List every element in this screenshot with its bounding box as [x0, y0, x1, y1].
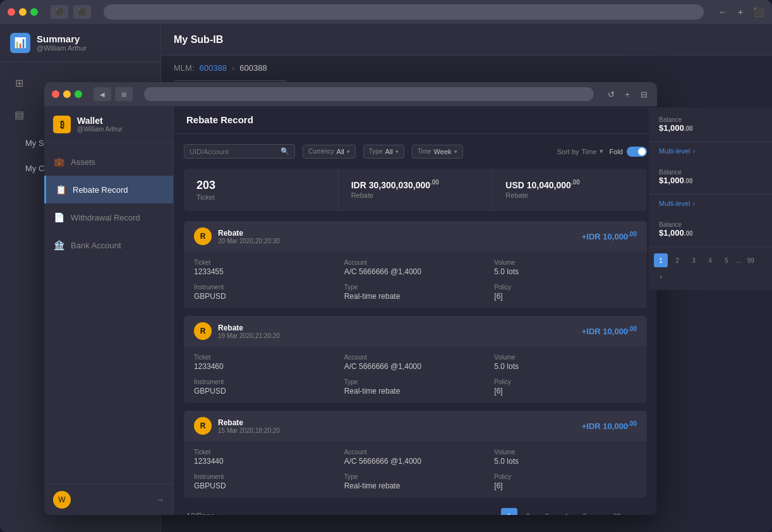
policy-label-0: Policy — [494, 284, 637, 291]
sidebar-item-withdrawal-record[interactable]: 📄 Withdrawal Record — [44, 203, 173, 231]
filter-currency-select[interactable]: Currency All ▾ — [303, 145, 356, 159]
filter-uid-input[interactable]: 🔍 — [184, 144, 295, 159]
rebate-card-2-ticket: Ticket 1233440 — [194, 449, 337, 466]
inner-back-nav[interactable]: ◀ — [93, 87, 111, 101]
right-page-5[interactable]: 5 — [720, 253, 733, 267]
outer-main-title: My Sub-IB — [174, 34, 223, 45]
account-value-0: A/C 5666666 @1,4000 — [344, 267, 487, 276]
filter-type-label: Type — [369, 148, 383, 155]
page-btn-3[interactable]: 3 — [539, 508, 555, 515]
outer-plus-icon[interactable]: + — [734, 6, 747, 18]
type-label-0: Type — [344, 284, 487, 291]
inner-plus-icon[interactable]: + — [622, 88, 633, 100]
outer-tab-button[interactable]: ⬛ — [73, 5, 91, 19]
inner-window: ◀ ⊞ ↺ + ⊟ ₿ Wallet @William Arthur 💼 — [44, 82, 657, 515]
rebate-card-1-icon: R — [194, 322, 212, 340]
sidebar-item-assets[interactable]: 💼 Assets — [44, 148, 173, 176]
stat-idr-rebate: IDR 30,300,030,000.00 Rebate — [339, 169, 493, 211]
chart-icon: ▤ — [13, 108, 25, 121]
inner-brand-text: Wallet @William Arthur — [77, 116, 123, 133]
inner-sync-icon[interactable]: ↺ — [605, 88, 617, 100]
outer-minimize-button[interactable] — [19, 8, 27, 16]
right-page-3[interactable]: 3 — [687, 253, 701, 267]
page-btn-2[interactable]: 2 — [520, 508, 536, 515]
right-page-2[interactable]: 2 — [670, 253, 684, 267]
fold-label: Fold — [610, 148, 623, 155]
page-btn-99[interactable]: 99 — [609, 508, 625, 515]
rebate-card-1-type: Rebate — [218, 323, 280, 332]
rebate-card-0-body: Ticket 1233455 Account A/C 5666666 @1,40… — [184, 251, 647, 308]
multi-level-link-2[interactable]: Multi-level › — [649, 195, 772, 212]
bank-icon: 🏦 — [53, 239, 64, 251]
inner-brand-title: Wallet — [77, 116, 123, 126]
inner-url-bar[interactable] — [144, 87, 594, 101]
balance-amount-2: $1,000.00 — [659, 176, 762, 185]
user-avatar[interactable]: W — [53, 491, 71, 509]
filter-currency-label: Currency — [308, 148, 334, 155]
page-btn-1[interactable]: 1 — [501, 508, 517, 515]
breadcrumb-link[interactable]: 600388 — [200, 63, 227, 73]
right-page-1[interactable]: 1 — [654, 253, 668, 267]
account-label-0: Account — [344, 259, 487, 266]
account-label-1: Account — [344, 354, 487, 361]
rebate-card-1-ticket: Ticket 1233460 — [194, 354, 337, 371]
filter-time-select[interactable]: Time Week ▾ — [412, 145, 463, 159]
page-next-button[interactable]: › — [628, 508, 644, 515]
fold-toggle-switch[interactable] — [627, 147, 647, 157]
inner-windows-icon[interactable]: ⊟ — [638, 88, 649, 100]
balance-card-1: Balance $1,000.00 — [649, 107, 772, 142]
filter-time-value: Week — [434, 148, 452, 155]
outer-breadcrumb: MLM: 600388 › 600388 — [161, 56, 772, 80]
rebate-icon: 📋 — [55, 184, 66, 195]
policy-value-2: [6] — [494, 481, 637, 490]
right-balance-panel: Balance $1,000.00 Multi-level › Balance … — [649, 107, 772, 290]
right-page-4[interactable]: 4 — [703, 253, 717, 267]
stat-tickets: 203 Ticket — [184, 169, 339, 211]
assets-icon: 💼 — [53, 156, 64, 167]
rebate-card-0: R Rebate 20 Mar 2020,20:20:30 +IDR 10,00… — [184, 221, 647, 308]
ticket-label-1: Ticket — [194, 354, 337, 361]
multi-level-arrow-1: › — [693, 147, 696, 155]
filter-type-select[interactable]: Type All ▾ — [363, 145, 404, 159]
outer-maximize-button[interactable] — [30, 8, 38, 16]
rebate-card-0-volume: Volume 5.0 lots — [494, 259, 637, 276]
page-controls: 1 2 3 4 5 ... 99 › — [501, 508, 644, 515]
multi-level-text-1[interactable]: Multi-level › — [659, 147, 762, 155]
sidebar-item-rebate-record[interactable]: 📋 Rebate Record — [44, 176, 173, 203]
currency-dropdown-arrow: ▾ — [347, 148, 350, 155]
outer-back-button[interactable]: ⬛ — [51, 5, 68, 19]
type-value-0: Real-time rebate — [344, 292, 487, 301]
inner-nav: 💼 Assets 📋 Rebate Record 📄 Withdrawal Re… — [44, 143, 173, 484]
multi-level-text-2[interactable]: Multi-level › — [659, 200, 762, 207]
inner-close-button[interactable] — [52, 90, 59, 98]
rebate-card-2-type: Rebate — [218, 418, 280, 427]
page-btn-5[interactable]: 5 — [577, 508, 593, 515]
outer-windows-icon[interactable]: ⬛ — [752, 6, 764, 18]
right-page-99[interactable]: 99 — [744, 253, 757, 267]
per-page-select[interactable]: 10/Page ▾ — [186, 512, 222, 515]
rebate-card-2-date: 15 Mar 2020,18:20:20 — [218, 427, 280, 434]
rebate-card-2-info: Rebate 15 Mar 2020,18:20:20 — [218, 418, 280, 434]
rebate-card-1-info: Rebate 19 Mar 2020,21:20:20 — [218, 323, 280, 339]
page-btn-4[interactable]: 4 — [558, 508, 574, 515]
right-page-next[interactable]: › — [654, 270, 668, 284]
volume-label-1: Volume — [494, 354, 637, 361]
policy-value-1: [6] — [494, 387, 637, 396]
multi-level-link-1[interactable]: Multi-level › — [649, 142, 772, 160]
outer-url-bar[interactable] — [104, 4, 704, 20]
inner-tab-view[interactable]: ⊞ — [115, 87, 133, 101]
outer-arrow-left-icon[interactable]: ← — [716, 6, 729, 18]
ticket-value-1: 1233460 — [194, 362, 337, 371]
sidebar-item-bank-account[interactable]: 🏦 Bank Account — [44, 231, 173, 259]
inner-maximize-button[interactable] — [75, 90, 82, 98]
sort-by-control[interactable]: Sort by Time ▾ — [557, 147, 603, 155]
outer-close-button[interactable] — [8, 8, 15, 16]
filter-search-field[interactable] — [190, 148, 277, 155]
balance-label-1: Balance — [659, 116, 762, 123]
expand-icon[interactable]: → — [155, 495, 164, 505]
rebate-card-1-account: Account A/C 5666666 @1,4000 — [344, 354, 487, 371]
inner-minimize-button[interactable] — [63, 90, 71, 98]
per-page-arrow: ▾ — [219, 512, 222, 515]
outer-brand-icon: 📊 — [10, 33, 30, 53]
stat-idr-amount: IDR 30,300,030,000.00 — [351, 179, 480, 190]
